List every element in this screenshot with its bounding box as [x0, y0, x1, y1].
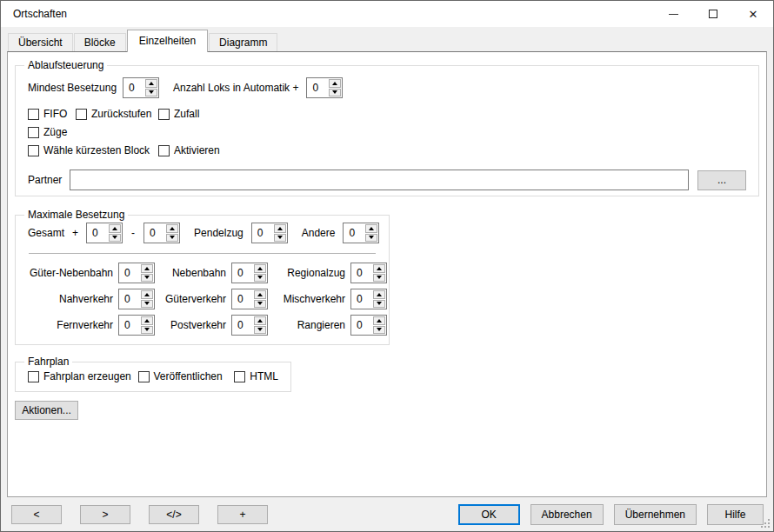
spinner-up-button[interactable] [329, 79, 341, 88]
spinner-value[interactable] [232, 289, 253, 309]
anzahl-loks-spinner[interactable] [306, 77, 343, 98]
spinner-down-button[interactable] [141, 326, 153, 335]
ok-button[interactable]: OK [458, 504, 520, 525]
nav-previous-button[interactable]: < [11, 505, 62, 524]
uebernehmen-button[interactable]: Übernehmen [614, 504, 697, 525]
spinner-up-button[interactable] [254, 290, 266, 299]
gesamt-plus-spinner[interactable] [86, 223, 123, 243]
tab-uebersicht[interactable]: Übersicht [8, 33, 73, 51]
checkbox-zurueckstufen[interactable]: Zurückstufen [76, 108, 158, 120]
spinner-value[interactable] [119, 289, 140, 309]
checkbox-box[interactable] [28, 109, 39, 120]
checkbox-aktivieren[interactable]: Aktivieren [158, 144, 220, 156]
spinner-value[interactable] [87, 223, 108, 243]
checkbox-box[interactable] [28, 127, 39, 138]
spinner-down-button[interactable] [254, 300, 266, 309]
spinner-down-button[interactable] [373, 274, 385, 283]
checkbox-veroeffentlichen[interactable]: Veröffentlichen [138, 370, 235, 382]
spinner-value[interactable] [351, 263, 372, 283]
andere-spinner[interactable] [343, 223, 379, 243]
checkbox-box[interactable] [138, 371, 150, 382]
postverkehr-spinner[interactable] [231, 315, 268, 336]
gesamt-minus-spinner[interactable] [143, 223, 180, 243]
spinner-value[interactable] [307, 78, 328, 97]
nebenbahn-spinner[interactable] [231, 263, 268, 283]
spinner-up-button[interactable] [373, 264, 385, 273]
close-button[interactable]: ✕ [733, 1, 773, 27]
checkbox-box[interactable] [28, 145, 39, 156]
aktionen-button[interactable]: Aktionen... [15, 401, 78, 420]
spinner-up-button[interactable] [373, 290, 385, 299]
rangieren-spinner[interactable] [350, 315, 387, 336]
tab-bloecke[interactable]: Blöcke [74, 33, 126, 51]
spinner-value[interactable] [144, 223, 165, 243]
spinner-down-button[interactable] [254, 326, 266, 335]
spinner-up-button[interactable] [141, 290, 153, 299]
nav-add-button[interactable]: + [217, 505, 268, 524]
spinner-up-button[interactable] [254, 316, 266, 325]
spinner-value[interactable] [344, 223, 364, 243]
checkbox-box[interactable] [76, 109, 87, 120]
spinner-up-button[interactable] [141, 316, 153, 325]
spinner-up-button[interactable] [254, 264, 266, 273]
checkbox-box[interactable] [158, 109, 170, 120]
triangle-up-icon [277, 227, 283, 230]
hilfe-button[interactable]: Hilfe [707, 504, 764, 525]
pendelzug-spinner[interactable] [251, 223, 288, 243]
spinner-down-button[interactable] [141, 300, 153, 309]
checkbox-waehle-kuerzesten-block[interactable]: Wähle kürzesten Block [28, 144, 158, 156]
spinner-up-button[interactable] [365, 224, 377, 233]
spinner-down-button[interactable] [166, 234, 178, 243]
partner-input[interactable] [70, 170, 689, 190]
spinner-value[interactable] [119, 263, 140, 283]
abbrechen-button[interactable]: Abbrechen [530, 504, 604, 525]
spinner-down-button[interactable] [373, 326, 385, 335]
spinner-up-button[interactable] [109, 224, 121, 233]
checkbox-fahrplan-erzeugen[interactable]: Fahrplan erzeugen [28, 370, 138, 382]
fernverkehr-spinner[interactable] [118, 315, 155, 336]
partner-browse-button[interactable]: ... [697, 170, 746, 190]
maximize-button[interactable] [693, 1, 733, 27]
spinner-value[interactable] [351, 289, 372, 309]
spinner-down-button[interactable] [141, 274, 153, 283]
spinner-down-button[interactable] [373, 300, 385, 309]
spinner-up-button[interactable] [145, 79, 157, 88]
checkbox-zuege[interactable]: Züge [28, 126, 67, 138]
spinner-down-button[interactable] [109, 234, 121, 243]
spinner-up-button[interactable] [141, 264, 153, 273]
spinner-down-button[interactable] [365, 234, 377, 243]
spinner-up-button[interactable] [166, 224, 178, 233]
nahverkehr-spinner[interactable] [118, 289, 155, 309]
spinner-value[interactable] [119, 316, 140, 335]
spinner-down-button[interactable] [329, 89, 341, 97]
checkbox-box[interactable] [28, 371, 39, 382]
tab-diagramm[interactable]: Diagramm [209, 33, 277, 51]
checkbox-box[interactable] [234, 371, 245, 382]
spinner-value[interactable] [123, 78, 144, 97]
checkbox-box[interactable] [158, 145, 170, 156]
checkbox-fifo[interactable]: FIFO [28, 108, 76, 120]
spinner-down-button[interactable] [145, 89, 157, 97]
spinner-up-button[interactable] [274, 224, 286, 233]
gueter-nebenbahn-spinner[interactable] [118, 263, 155, 283]
checkbox-zufall[interactable]: Zufall [158, 108, 199, 120]
nav-next-button[interactable]: > [80, 505, 130, 524]
mischverkehr-spinner[interactable] [350, 289, 387, 309]
nav-code-button[interactable]: </> [149, 505, 199, 524]
spinner-down-button[interactable] [274, 234, 286, 243]
spinner-value[interactable] [252, 223, 273, 243]
checkbox-html[interactable]: HTML [234, 370, 278, 382]
spinner-value[interactable] [232, 316, 253, 335]
gueterverkehr-spinner[interactable] [231, 289, 268, 309]
minimize-button[interactable] [653, 1, 693, 27]
regionalzug-spinner[interactable] [350, 263, 387, 283]
spinner-buttons [144, 78, 158, 97]
spinner-value[interactable] [351, 316, 372, 335]
mindest-besetzung-spinner[interactable] [123, 77, 159, 98]
tab-einzelheiten[interactable]: Einzelheiten [127, 30, 208, 52]
spinner-value[interactable] [232, 263, 253, 283]
spinner-up-button[interactable] [373, 316, 385, 325]
spinner-down-button[interactable] [254, 274, 266, 283]
triangle-down-icon [112, 236, 117, 239]
resize-grip-icon[interactable] [768, 526, 770, 528]
